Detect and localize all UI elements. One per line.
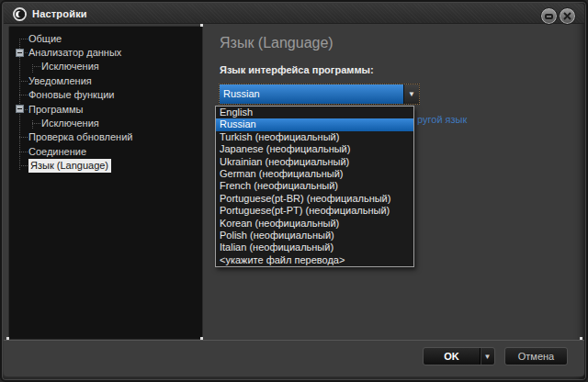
titlebar[interactable]: Настройки: [4, 4, 584, 24]
language-option[interactable]: Ukrainian (неофициальный): [216, 156, 413, 168]
ok-split-button[interactable]: OK ▼: [423, 347, 495, 365]
sidebar-item-label: Анализатор данных: [28, 47, 121, 58]
language-combobox[interactable]: Russian ▼: [219, 84, 420, 105]
tree-line: [19, 39, 28, 39]
language-option[interactable]: English: [216, 107, 413, 118]
minus-icon: [17, 52, 22, 53]
close-icon: [563, 12, 571, 20]
sidebar-item[interactable]: Язык (Language): [9, 159, 202, 173]
sidebar-item[interactable]: Общие: [9, 31, 202, 45]
translate-help-link[interactable]: ругой язык: [417, 114, 467, 125]
settings-sidebar: ОбщиеАнализатор данныхИсключенияУведомле…: [8, 26, 203, 340]
splitter-grip-dot: [200, 24, 203, 27]
ok-button[interactable]: OK: [424, 348, 480, 365]
tree-collapse-icon[interactable]: [16, 105, 24, 113]
splitter-grip-dot: [200, 337, 203, 340]
language-option[interactable]: <укажите файл перевода>: [216, 254, 413, 266]
language-option[interactable]: Italian (неофициальный): [216, 242, 413, 253]
tree-line: [32, 66, 40, 67]
language-option[interactable]: Portuguese(pt-BR) (неофициальный): [216, 193, 413, 205]
close-button[interactable]: [559, 7, 576, 25]
splitter-grip-dot: [580, 337, 582, 340]
app-logo-icon: [13, 7, 27, 21]
language-field-label: Язык интерфейса программы:: [220, 64, 374, 75]
window-title: Настройки: [32, 4, 87, 24]
page-title: Язык (Language): [220, 35, 334, 51]
sidebar-item-label: Уведомления: [28, 75, 92, 86]
sidebar-item-label: Общие: [28, 33, 62, 44]
sidebar-item-label: Язык (Language): [28, 159, 111, 173]
sidebar-item[interactable]: Проверка обновлений: [9, 130, 202, 144]
cancel-button[interactable]: Отмена: [504, 347, 568, 365]
language-option[interactable]: Korean (неофициальный): [216, 218, 413, 230]
sidebar-item[interactable]: Фоновые функции: [9, 88, 202, 102]
tree-line: [19, 81, 28, 82]
sidebar-item-label: Фоновые функции: [28, 89, 115, 100]
sidebar-item-label: Соединение: [28, 146, 86, 157]
tree-line: [32, 123, 40, 124]
tree-line: [19, 165, 28, 166]
footer-bar: [4, 340, 584, 376]
minimize-icon: [545, 14, 553, 19]
tree-collapse-icon[interactable]: [16, 49, 24, 57]
language-option[interactable]: Turkish (неофициальный): [216, 131, 413, 143]
sidebar-item[interactable]: Соединение: [9, 144, 202, 158]
sidebar-item[interactable]: Уведомления: [9, 73, 202, 87]
chevron-down-icon: ▼: [408, 90, 415, 98]
tree-line: [19, 152, 28, 152]
combobox-dropdown-button[interactable]: ▼: [403, 84, 419, 104]
combobox-value[interactable]: Russian: [220, 84, 403, 104]
sidebar-item-label: Исключения: [41, 61, 99, 72]
sidebar-item[interactable]: Анализатор данных: [9, 45, 202, 59]
sidebar-item[interactable]: Исключения: [9, 60, 202, 73]
language-option[interactable]: Japanese (неофициальный): [216, 143, 413, 155]
ok-dropdown-button[interactable]: ▼: [480, 348, 494, 365]
settings-tree: ОбщиеАнализатор данныхИсключенияУведомле…: [9, 31, 202, 173]
sidebar-item-label: Программы: [28, 104, 83, 115]
language-option[interactable]: French (неофициальный): [216, 180, 413, 192]
sidebar-item-label: Проверка обновлений: [28, 131, 132, 142]
tree-line: [19, 137, 28, 138]
language-option[interactable]: Russian: [216, 118, 413, 130]
app-logo-bite: [18, 11, 25, 17]
settings-dialog: Настройки ОбщиеАнализатор данныхИсключен…: [0, 0, 588, 382]
language-option[interactable]: German (неофициальный): [216, 168, 413, 180]
minimize-button[interactable]: [540, 7, 558, 25]
sidebar-item[interactable]: Исключения: [9, 116, 202, 129]
chevron-down-icon: ▼: [484, 353, 492, 361]
language-option[interactable]: Portuguese(pt-PT) (неофициальный): [216, 205, 413, 217]
sidebar-item[interactable]: Программы: [9, 102, 202, 116]
sidebar-item-label: Исключения: [41, 118, 99, 129]
language-listbox: EnglishRussianTurkish (неофициальный)Jap…: [215, 106, 414, 267]
language-option[interactable]: Polish (неофициальный): [216, 230, 413, 242]
splitter-grip-dot: [6, 337, 9, 340]
tree-line: [19, 95, 28, 96]
minus-icon: [17, 108, 22, 109]
